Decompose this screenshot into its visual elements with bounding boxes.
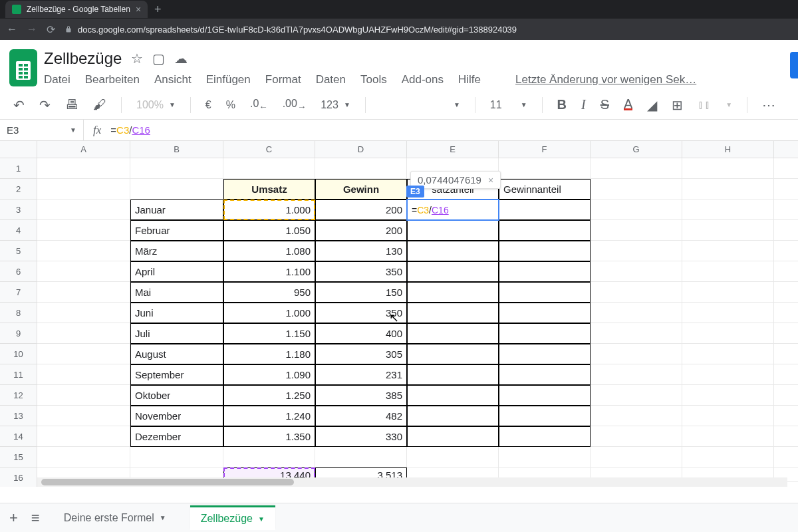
gewinn-cell[interactable]: 330 (315, 426, 407, 447)
cell[interactable] (499, 447, 591, 467)
row-header[interactable]: 5 (0, 241, 37, 261)
cell[interactable] (407, 426, 499, 447)
cell[interactable] (130, 447, 223, 467)
cell[interactable] (223, 447, 315, 467)
month-cell[interactable]: Februar (130, 220, 223, 241)
number-format-select[interactable]: 123▼ (321, 99, 350, 111)
row-header[interactable]: 11 (0, 364, 37, 385)
cell[interactable] (223, 158, 315, 179)
merge-cells-button[interactable]: ⫾⫾ (698, 97, 711, 112)
month-cell[interactable]: Juli (130, 323, 223, 344)
umsatz-cell[interactable]: 1.080 (223, 241, 315, 261)
cell[interactable] (774, 220, 798, 241)
gewinn-cell[interactable]: 200 (315, 200, 407, 220)
row-header[interactable]: 14 (0, 426, 37, 447)
row-header[interactable]: 13 (0, 406, 37, 426)
cell[interactable] (682, 200, 774, 220)
cell[interactable] (407, 261, 499, 282)
move-icon[interactable]: ▢ (152, 51, 165, 66)
month-cell[interactable]: April (130, 261, 223, 282)
umsatz-cell[interactable]: 1.180 (223, 344, 315, 364)
cell[interactable] (591, 303, 682, 323)
cell[interactable] (499, 385, 591, 406)
all-sheets-button[interactable]: ≡ (31, 509, 40, 527)
fill-color-button[interactable]: ◢ (647, 97, 657, 113)
cell[interactable] (591, 179, 682, 200)
umsatz-cell[interactable]: 1.250 (223, 385, 315, 406)
month-cell[interactable]: Juni (130, 303, 223, 323)
cell[interactable] (37, 158, 130, 179)
cell[interactable] (591, 261, 682, 282)
add-sheet-button[interactable]: + (9, 509, 18, 527)
share-button-edge[interactable] (790, 52, 798, 78)
cell[interactable] (591, 447, 682, 467)
cell[interactable] (37, 344, 130, 364)
umsatz-cell[interactable]: 1.350 (223, 426, 315, 447)
cell[interactable] (774, 282, 798, 303)
row-header[interactable]: 15 (0, 447, 37, 467)
paint-format-icon[interactable]: 🖌 (93, 97, 106, 112)
cell[interactable] (682, 179, 774, 200)
cell[interactable] (499, 323, 591, 344)
row-header[interactable]: 2 (0, 179, 37, 200)
cell[interactable] (591, 364, 682, 385)
close-tooltip-icon[interactable]: × (488, 175, 493, 186)
row-header[interactable]: 9 (0, 323, 37, 344)
cell[interactable] (407, 303, 499, 323)
redo-icon[interactable]: ↷ (39, 97, 51, 113)
cell[interactable] (499, 406, 591, 426)
cell[interactable] (37, 303, 130, 323)
cloud-saved-icon[interactable]: ☁ (174, 51, 188, 66)
menu-bearbeiten[interactable]: Bearbeiten (85, 73, 140, 86)
cell[interactable] (499, 200, 591, 220)
row-header[interactable]: 1 (0, 158, 37, 179)
sheet-tab-2[interactable]: Zellbezüge▼ (190, 505, 275, 530)
month-cell[interactable]: August (130, 344, 223, 364)
cell[interactable] (774, 364, 798, 385)
active-cell[interactable]: 0,0744047619×E3=C3/C16 (407, 200, 499, 220)
cell[interactable] (774, 406, 798, 426)
close-tab-icon[interactable]: × (136, 4, 141, 15)
cell[interactable] (682, 385, 774, 406)
cell[interactable] (682, 426, 774, 447)
row-header[interactable]: 4 (0, 220, 37, 241)
cell[interactable] (774, 261, 798, 282)
umsatz-cell[interactable]: 1.090 (223, 364, 315, 385)
row-header[interactable]: 10 (0, 344, 37, 364)
cell[interactable] (774, 344, 798, 364)
last-edit-link[interactable]: Letzte Änderung vor wenigen Sek… (515, 73, 696, 86)
cell[interactable] (682, 282, 774, 303)
cell[interactable] (407, 282, 499, 303)
back-icon[interactable]: ← (7, 23, 17, 35)
month-cell[interactable]: Dezember (130, 426, 223, 447)
gewinn-cell[interactable]: 200 (315, 220, 407, 241)
cell[interactable] (499, 158, 591, 179)
umsatz-cell[interactable]: 1.100 (223, 261, 315, 282)
column-header[interactable]: D (315, 141, 407, 158)
cell[interactable] (37, 241, 130, 261)
umsatz-cell[interactable]: 1.000 (223, 200, 315, 220)
cell[interactable] (591, 241, 682, 261)
print-icon[interactable]: 🖶 (65, 97, 78, 112)
cell[interactable] (37, 220, 130, 241)
url-bar[interactable]: docs.google.com/spreadsheets/d/1GE-twIuF… (65, 25, 517, 35)
strikethrough-button[interactable]: S (600, 97, 609, 112)
gewinn-cell[interactable]: 150 (315, 282, 407, 303)
new-tab-button[interactable]: + (154, 3, 162, 17)
cell[interactable] (407, 241, 499, 261)
cell[interactable] (315, 158, 407, 179)
menu-hilfe[interactable]: Hilfe (458, 73, 481, 86)
cell[interactable] (774, 241, 798, 261)
cell[interactable] (499, 303, 591, 323)
forward-icon[interactable]: → (27, 23, 37, 35)
row-header[interactable]: 12 (0, 385, 37, 406)
cell[interactable] (774, 323, 798, 344)
cell[interactable] (407, 447, 499, 467)
month-cell[interactable]: Mai (130, 282, 223, 303)
gewinn-cell[interactable]: 400 (315, 323, 407, 344)
month-cell[interactable]: Oktober (130, 385, 223, 406)
row-header[interactable]: 16 (0, 467, 37, 487)
font-select[interactable]: ▼ (380, 101, 460, 108)
borders-button[interactable]: ⊞ (672, 97, 683, 113)
cell[interactable] (774, 385, 798, 406)
